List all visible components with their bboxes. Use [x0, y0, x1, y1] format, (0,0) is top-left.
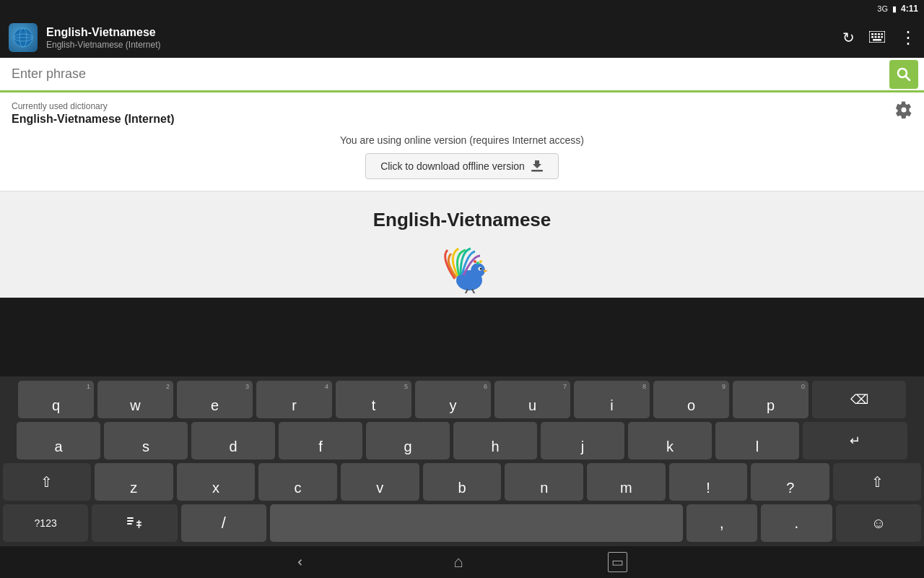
- main-content: Currently used dictionary English-Vietna…: [0, 92, 924, 298]
- svg-rect-7: [878, 33, 880, 35]
- battery-icon: ▮: [892, 4, 897, 14]
- svg-rect-16: [531, 170, 543, 172]
- key-space[interactable]: [270, 504, 683, 542]
- key-comma[interactable]: ,: [687, 504, 758, 542]
- key-a[interactable]: a: [17, 422, 100, 460]
- key-r[interactable]: 4r: [256, 381, 332, 418]
- status-bar: 3G ▮ 4:11: [0, 0, 924, 17]
- key-d[interactable]: d: [191, 422, 275, 460]
- svg-rect-12: [881, 36, 884, 38]
- more-icon[interactable]: ⋮: [899, 27, 915, 48]
- header-actions: ↻ ⋮: [842, 27, 915, 48]
- svg-rect-11: [878, 36, 880, 38]
- dict-title: English-Vietnamese: [373, 209, 552, 231]
- download-button-label: Click to download offline version: [380, 160, 525, 172]
- key-q[interactable]: 1q: [18, 381, 94, 418]
- search-input[interactable]: [6, 66, 889, 82]
- key-l[interactable]: l: [715, 422, 799, 460]
- key-n[interactable]: n: [505, 463, 583, 501]
- nav-home[interactable]: ⌂: [453, 553, 463, 571]
- online-notice: You are using online version (requires I…: [340, 134, 584, 146]
- dict-center: You are using online version (requires I…: [12, 134, 912, 179]
- nav-recents[interactable]: ▭: [608, 552, 627, 572]
- keyboard-row-bottom: ?123 / , . ☺: [3, 504, 921, 542]
- key-o[interactable]: 9o: [653, 381, 729, 418]
- key-enter[interactable]: ↵: [803, 422, 907, 460]
- svg-rect-9: [871, 36, 873, 38]
- keyboard-row-2: a s d f g h j k l ↵: [3, 422, 921, 460]
- mascot: [433, 243, 491, 286]
- app-subtitle: English-Vietnamese (Internet): [46, 40, 834, 50]
- key-j[interactable]: j: [541, 422, 624, 460]
- svg-rect-6: [875, 33, 877, 35]
- svg-marker-17: [533, 160, 541, 168]
- svg-point-27: [479, 260, 482, 263]
- key-u[interactable]: 7u: [494, 381, 570, 418]
- key-shift-left[interactable]: ⇧: [3, 463, 91, 501]
- search-bar: [0, 58, 924, 92]
- keyboard-icon[interactable]: [869, 30, 885, 46]
- svg-point-22: [480, 268, 482, 270]
- svg-rect-28: [127, 517, 134, 519]
- svg-point-25: [476, 262, 479, 264]
- signal-icon: 3G: [877, 4, 888, 13]
- download-button[interactable]: Click to download offline version: [365, 153, 559, 179]
- key-s[interactable]: s: [104, 422, 188, 460]
- app-logo: [9, 23, 38, 52]
- svg-point-26: [474, 260, 476, 263]
- keyboard: 1q 2w 3e 4r 5t 6y 7u 8i 9o 0p ⌫ a s d f …: [0, 376, 924, 546]
- key-k[interactable]: k: [628, 422, 712, 460]
- svg-rect-5: [871, 33, 873, 35]
- key-i[interactable]: 8i: [574, 381, 650, 418]
- key-t[interactable]: 5t: [336, 381, 411, 418]
- nav-back[interactable]: ⌄: [295, 556, 312, 569]
- key-p[interactable]: 0p: [733, 381, 808, 418]
- keyboard-row-3: ⇧ z x c v b n m ! ? ⇧: [3, 463, 921, 501]
- svg-rect-10: [875, 36, 877, 38]
- key-b[interactable]: b: [423, 463, 502, 501]
- key-m[interactable]: m: [587, 463, 666, 501]
- key-num-toggle[interactable]: ?123: [3, 504, 88, 542]
- key-backspace[interactable]: ⌫: [812, 381, 906, 418]
- key-slash[interactable]: /: [181, 504, 266, 542]
- key-exclaim[interactable]: !: [669, 463, 748, 501]
- key-v[interactable]: v: [341, 463, 419, 501]
- search-button[interactable]: [889, 60, 918, 89]
- app-title-group: English-Vietnamese English-Vietnamese (I…: [46, 25, 834, 49]
- key-z[interactable]: z: [95, 463, 173, 501]
- dict-panel: Currently used dictionary English-Vietna…: [0, 92, 924, 191]
- svg-rect-30: [127, 523, 132, 525]
- app-title: English-Vietnamese: [46, 25, 834, 39]
- key-c[interactable]: c: [258, 463, 337, 501]
- svg-line-15: [906, 76, 910, 80]
- key-shift-right[interactable]: ⇧: [833, 463, 921, 501]
- app-header: English-Vietnamese English-Vietnamese (I…: [0, 17, 924, 58]
- svg-point-19: [471, 263, 485, 277]
- svg-rect-8: [881, 33, 884, 35]
- key-emoji[interactable]: ☺: [836, 504, 921, 542]
- nav-bar: ⌄ ⌂ ▭: [0, 546, 924, 578]
- key-period[interactable]: .: [761, 504, 832, 542]
- key-y[interactable]: 6y: [415, 381, 491, 418]
- key-g[interactable]: g: [366, 422, 450, 460]
- svg-marker-20: [484, 269, 488, 272]
- settings-icon[interactable]: [895, 101, 912, 123]
- dict-name: English-Vietnamese (Internet): [12, 113, 912, 126]
- key-w[interactable]: 2w: [97, 381, 173, 418]
- key-x[interactable]: x: [177, 463, 256, 501]
- key-question[interactable]: ?: [751, 463, 829, 501]
- key-h[interactable]: h: [453, 422, 537, 460]
- svg-rect-29: [127, 520, 134, 522]
- key-lang-switch[interactable]: [92, 504, 177, 542]
- keyboard-row-1: 1q 2w 3e 4r 5t 6y 7u 8i 9o 0p ⌫: [3, 381, 921, 418]
- key-e[interactable]: 3e: [177, 381, 253, 418]
- svg-rect-13: [873, 39, 881, 41]
- repeat-icon[interactable]: ↻: [842, 29, 855, 46]
- dict-label: Currently used dictionary: [12, 101, 912, 111]
- key-f[interactable]: f: [279, 422, 362, 460]
- center-section: English-Vietnamese: [0, 191, 924, 298]
- status-time: 4:11: [901, 4, 918, 14]
